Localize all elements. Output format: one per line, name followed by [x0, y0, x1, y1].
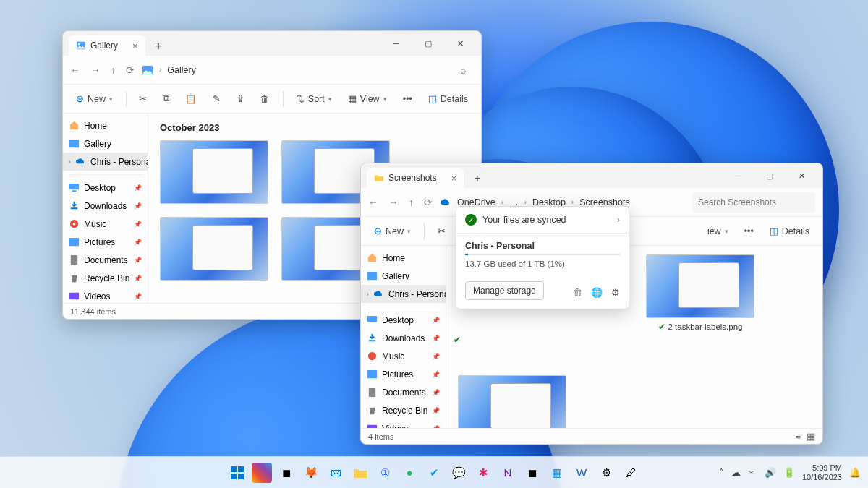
sidebar-item-recycle[interactable]: Recycle Bin📌 — [63, 269, 148, 287]
sidebar-item-home[interactable]: Home — [361, 249, 446, 267]
taskbar-app[interactable]: ◼ — [276, 463, 297, 483]
new-tab-button[interactable]: + — [468, 169, 486, 188]
taskbar-app[interactable]: W — [571, 463, 592, 483]
search-input[interactable] — [692, 192, 815, 213]
details-pane-button[interactable]: ◫Details — [422, 90, 474, 107]
taskbar-app[interactable]: ⚙ — [596, 463, 616, 483]
grid-view-button[interactable]: ▦ — [807, 431, 815, 442]
svg-rect-18 — [238, 466, 244, 472]
sidebar-item-pictures[interactable]: Pictures📌 — [63, 233, 148, 251]
trash-icon: 🗑 — [260, 94, 270, 104]
up-button[interactable]: ↑ — [111, 64, 116, 76]
taskbar-app[interactable]: ✱ — [473, 463, 493, 483]
sidebar-item-recycle[interactable]: Recycle Bin📌 — [361, 401, 446, 419]
sort-button[interactable]: ⇅Sort▾ — [291, 90, 338, 107]
notifications-icon[interactable]: 🔔 — [849, 467, 861, 478]
copy-button[interactable]: ⧉ — [157, 90, 175, 107]
list-view-button[interactable]: ≡ — [795, 431, 801, 442]
refresh-button[interactable]: ⟳ — [424, 197, 433, 208]
cut-button[interactable]: ✂ — [133, 90, 153, 107]
taskbar-app[interactable]: 💬 — [448, 463, 469, 483]
new-tab-button[interactable]: + — [150, 37, 168, 56]
sidebar-item-videos[interactable]: Videos📌 — [63, 287, 148, 303]
sidebar-item-gallery[interactable]: Gallery — [361, 267, 446, 285]
sidebar-item-music[interactable]: Music📌 — [361, 347, 446, 365]
forward-button[interactable]: → — [90, 64, 101, 76]
close-button[interactable]: ✕ — [786, 163, 817, 188]
chevron-right-icon[interactable]: › — [617, 215, 620, 225]
share-button[interactable]: ⇪ — [231, 90, 250, 107]
taskbar-app-explorer[interactable] — [350, 463, 370, 483]
maximize-button[interactable]: ▢ — [754, 163, 785, 188]
more-button[interactable]: ••• — [397, 91, 418, 107]
tab-screenshots[interactable]: Screenshots × — [367, 168, 464, 188]
up-button[interactable]: ↑ — [409, 197, 414, 208]
wifi-icon[interactable]: ᯤ — [748, 467, 757, 478]
globe-icon[interactable]: 🌐 — [591, 287, 603, 298]
manage-storage-button[interactable]: Manage storage — [465, 281, 544, 300]
taskbar-app[interactable]: ✔ — [424, 463, 444, 483]
search-icon[interactable]: ⌕ — [452, 64, 474, 76]
close-tab-icon[interactable]: × — [132, 40, 138, 51]
cut-button[interactable]: ✂ — [432, 223, 451, 239]
sidebar-item-onedrive[interactable]: ›Chris - Personal — [361, 285, 446, 303]
start-button[interactable] — [227, 463, 247, 483]
gear-icon[interactable]: ⚙ — [611, 287, 620, 298]
file-item[interactable]: ✔2 taskbar labels.png — [646, 254, 754, 332]
taskbar-app[interactable]: 🦊 — [301, 463, 321, 483]
taskbar-app[interactable]: ● — [399, 463, 420, 483]
taskbar-app[interactable]: ① — [375, 463, 395, 483]
new-button[interactable]: ⊕New▾ — [70, 90, 119, 107]
taskbar-app[interactable]: N — [498, 463, 518, 483]
sidebar-item-music[interactable]: Music📌 — [63, 215, 148, 233]
tab-gallery[interactable]: Gallery × — [69, 35, 145, 56]
taskbar-app[interactable]: 🖂 — [326, 463, 346, 483]
sidebar-item-home[interactable]: Home — [63, 116, 148, 134]
pin-icon: 📌 — [134, 202, 142, 210]
sidebar-item-downloads[interactable]: Downloads📌 — [63, 197, 148, 215]
sidebar-item-downloads[interactable]: Downloads📌 — [361, 329, 446, 347]
refresh-button[interactable]: ⟳ — [126, 64, 135, 76]
breadcrumb[interactable]: › Gallery — [142, 64, 445, 76]
rename-button[interactable]: ✎ — [207, 90, 226, 107]
sidebar-item-pictures[interactable]: Pictures📌 — [361, 365, 446, 383]
more-button[interactable]: ••• — [739, 223, 760, 239]
minimize-button[interactable]: ─ — [723, 163, 753, 188]
tray-chevron-icon[interactable]: ˄ — [719, 467, 724, 478]
details-pane-button[interactable]: ◫Details — [764, 223, 815, 239]
close-button[interactable]: ✕ — [445, 31, 475, 56]
sidebar-item-documents[interactable]: Documents📌 — [361, 383, 446, 401]
sidebar-item-gallery[interactable]: Gallery — [63, 134, 148, 153]
back-button[interactable]: ← — [368, 197, 378, 208]
forward-button[interactable]: → — [388, 197, 399, 208]
gallery-thumbnail[interactable] — [160, 140, 268, 204]
taskbar-app[interactable]: ▦ — [547, 463, 567, 483]
item-count: 11,344 items — [70, 307, 116, 316]
taskbar-app[interactable]: ◼ — [522, 463, 542, 483]
sidebar-item-desktop[interactable]: Desktop📌 — [63, 179, 148, 197]
sidebar-item-onedrive[interactable]: ›Chris - Personal — [63, 153, 148, 171]
gallery-thumbnail[interactable] — [160, 217, 268, 281]
taskbar-app[interactable]: 🖊 — [621, 463, 641, 483]
recycle-icon[interactable]: 🗑 — [573, 287, 582, 298]
battery-icon[interactable]: 🔋 — [783, 467, 795, 478]
delete-button[interactable]: 🗑 — [255, 91, 276, 107]
back-button[interactable]: ← — [70, 64, 80, 76]
sidebar-item-videos[interactable]: Videos📌 — [361, 419, 446, 428]
close-tab-icon[interactable]: × — [451, 173, 457, 184]
view-button[interactable]: ▦View▾ — [342, 90, 393, 107]
paste-button[interactable]: 📋 — [179, 90, 203, 107]
file-item[interactable]: ✔3 backup.png — [458, 375, 566, 428]
view-button[interactable]: iew▾ — [702, 223, 734, 239]
rename-icon: ✎ — [213, 93, 221, 104]
clock[interactable]: 5:09 PM 10/16/2023 — [802, 463, 842, 481]
sidebar-item-desktop[interactable]: Desktop📌 — [361, 311, 446, 329]
taskbar-app[interactable] — [252, 463, 272, 483]
sidebar-item-documents[interactable]: Documents📌 — [63, 251, 148, 269]
pin-icon: 📌 — [134, 275, 142, 282]
volume-icon[interactable]: 🔊 — [765, 467, 776, 478]
onedrive-tray-icon[interactable]: ☁ — [731, 467, 741, 478]
maximize-button[interactable]: ▢ — [413, 31, 443, 56]
new-button[interactable]: ⊕New▾ — [368, 223, 417, 239]
minimize-button[interactable]: ─ — [381, 31, 412, 56]
